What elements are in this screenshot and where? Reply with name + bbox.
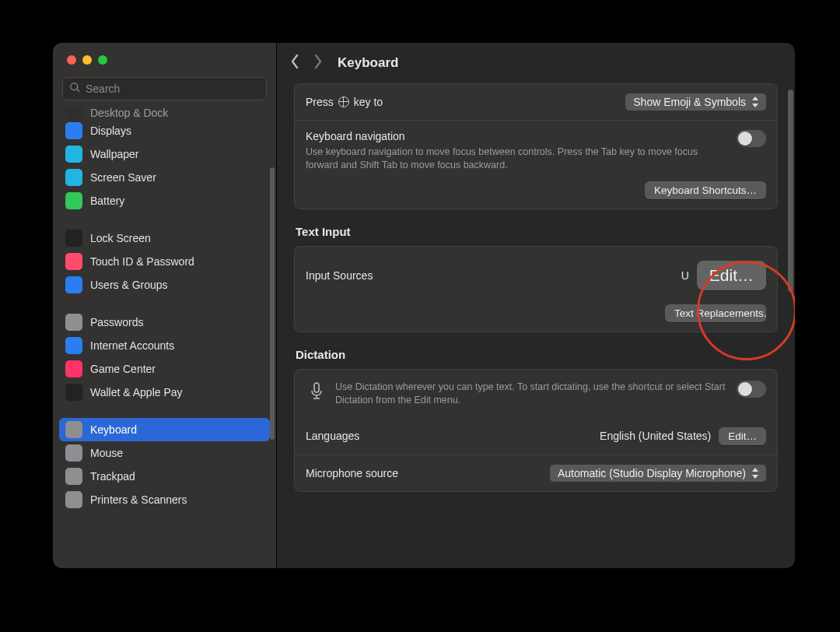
dictation-languages-edit-button[interactable]: Edit… <box>719 427 766 445</box>
window-controls <box>53 43 276 74</box>
sidebar-item-printers-scanners[interactable]: Printers & Scanners <box>59 488 270 511</box>
sidebar-item-label: Game Center <box>90 363 156 375</box>
globe-icon <box>338 97 349 107</box>
sidebar-item-battery[interactable]: Battery <box>59 189 270 212</box>
system-settings-window: Desktop & DockDisplaysWallpaperScreen Sa… <box>53 43 795 568</box>
sidebar-item-desktop-dock[interactable]: Desktop & Dock <box>59 107 270 119</box>
keyboard-navigation-title: Keyboard navigation <box>306 130 737 142</box>
zoom-button[interactable] <box>98 55 107 65</box>
dictation-desc-row: Use Dictation wherever you can type text… <box>295 370 777 418</box>
sidebar-item-touch-id-password[interactable]: Touch ID & Password <box>59 250 270 273</box>
sidebar-item-icon <box>65 384 82 401</box>
sidebar-item-icon <box>65 146 82 163</box>
page-title: Keyboard <box>338 55 398 71</box>
sidebar-item-label: Mouse <box>90 447 123 459</box>
sidebar-item-users-groups[interactable]: Users & Groups <box>59 273 270 297</box>
text-input-section-title: Text Input <box>296 225 776 238</box>
sidebar-item-icon <box>65 276 82 293</box>
sidebar-item-label: Touch ID & Password <box>90 255 194 268</box>
sidebar-item-wallpaper[interactable]: Wallpaper <box>59 142 270 166</box>
sidebar-item-icon <box>65 107 82 119</box>
sidebar-item-label: Users & Groups <box>90 279 168 291</box>
sidebar-item-wallet-apple-pay[interactable]: Wallet & Apple Pay <box>59 381 270 404</box>
press-globe-popup[interactable]: Show Emoji & Symbols <box>625 93 766 111</box>
input-sources-row: Input Sources U Edit… <box>295 247 777 304</box>
sidebar-item-label: Screen Saver <box>90 171 156 184</box>
sidebar-item-icon <box>65 491 82 508</box>
keyboard-navigation-desc: Use keyboard navigation to move focus be… <box>306 146 710 172</box>
text-replacements-button[interactable]: Text Replacements… <box>665 304 766 322</box>
sidebar-item-icon <box>65 192 82 209</box>
keyboard-shortcuts-button[interactable]: Keyboard Shortcuts… <box>645 181 766 199</box>
dictation-card: Use Dictation wherever you can type text… <box>294 369 778 492</box>
chevron-updown-icon <box>751 96 761 108</box>
sidebar-scrollbar[interactable] <box>270 167 275 440</box>
sidebar-item-keyboard[interactable]: Keyboard <box>59 418 270 441</box>
sidebar-item-label: Passwords <box>90 316 143 328</box>
sidebar-item-screen-saver[interactable]: Screen Saver <box>59 166 270 189</box>
microphone-source-row: Microphone source Automatic (Studio Disp… <box>295 455 777 491</box>
dictation-languages-row: Languages English (United States) Edit… <box>295 418 777 455</box>
sidebar-item-mouse[interactable]: Mouse <box>59 441 270 465</box>
sidebar-item-label: Printers & Scanners <box>90 493 187 506</box>
close-button[interactable] <box>67 55 76 65</box>
microphone-source-label: Microphone source <box>306 467 398 479</box>
back-button[interactable] <box>289 54 300 73</box>
dictation-desc: Use Dictation wherever you can type text… <box>335 381 737 407</box>
sidebar-list[interactable]: Desktop & DockDisplaysWallpaperScreen Sa… <box>53 107 276 568</box>
dictation-toggle[interactable] <box>737 381 766 398</box>
titlebar: Keyboard <box>277 43 795 83</box>
input-sources-label: Input Sources <box>306 269 373 282</box>
content-pane: Keyboard Press key to Show Emoji & Symbo… <box>277 43 795 568</box>
sidebar-item-icon <box>65 337 82 354</box>
sidebar-item-label: Wallpaper <box>90 148 139 160</box>
press-globe-value: Show Emoji & Symbols <box>633 96 746 108</box>
svg-rect-0 <box>314 383 319 392</box>
sidebar-item-icon <box>65 122 82 139</box>
minimize-button[interactable] <box>82 55 92 65</box>
sidebar: Desktop & DockDisplaysWallpaperScreen Sa… <box>53 43 277 568</box>
search-input[interactable] <box>86 83 260 95</box>
search-icon <box>69 82 86 97</box>
sidebar-item-icon <box>65 360 82 377</box>
keyboard-navigation-row: Keyboard navigation Use keyboard navigat… <box>295 120 777 181</box>
sidebar-item-icon <box>65 169 82 186</box>
sidebar-item-label: Desktop & Dock <box>90 107 168 119</box>
forward-button[interactable] <box>313 54 324 73</box>
sidebar-item-label: Lock Screen <box>90 232 151 244</box>
sidebar-item-label: Internet Accounts <box>90 339 174 352</box>
sidebar-item-trackpad[interactable]: Trackpad <box>59 465 270 488</box>
microphone-source-value: Automatic (Studio Display Microphone) <box>558 467 746 479</box>
press-globe-row: Press key to Show Emoji & Symbols <box>295 84 777 120</box>
microphone-icon <box>306 381 327 402</box>
dictation-languages-label: Languages <box>306 430 359 442</box>
content-scrollbar[interactable] <box>788 90 793 292</box>
sidebar-item-label: Keyboard <box>90 423 137 436</box>
sidebar-item-displays[interactable]: Displays <box>59 119 270 142</box>
sidebar-item-icon <box>65 421 82 438</box>
dictation-section-title: Dictation <box>296 348 776 361</box>
sidebar-item-lock-screen[interactable]: Lock Screen <box>59 226 270 250</box>
sidebar-item-internet-accounts[interactable]: Internet Accounts <box>59 334 270 357</box>
input-sources-edit-button[interactable]: Edit… <box>697 261 766 290</box>
settings-scroll[interactable]: Press key to Show Emoji & Symbols Keyboa… <box>277 83 795 568</box>
text-input-card: Input Sources U Edit… Text Replacements… <box>294 246 778 332</box>
microphone-source-popup[interactable]: Automatic (Studio Display Microphone) <box>550 465 766 482</box>
sidebar-item-label: Battery <box>90 195 124 207</box>
keyboard-main-card: Press key to Show Emoji & Symbols Keyboa… <box>294 83 778 209</box>
chevron-updown-icon <box>751 467 761 479</box>
sidebar-item-icon <box>65 253 82 270</box>
press-globe-label: Press key to <box>306 96 383 108</box>
sidebar-item-label: Displays <box>90 125 131 137</box>
sidebar-item-game-center[interactable]: Game Center <box>59 357 270 381</box>
dictation-languages-value: English (United States) <box>600 430 711 442</box>
search-field[interactable] <box>62 77 267 100</box>
keyboard-navigation-toggle[interactable] <box>737 130 766 147</box>
sidebar-item-label: Trackpad <box>90 470 135 483</box>
nav-arrows <box>289 54 324 73</box>
sidebar-item-icon <box>65 230 82 247</box>
sidebar-item-passwords[interactable]: Passwords <box>59 311 270 334</box>
sidebar-item-icon <box>65 444 82 462</box>
input-sources-value: U <box>681 269 689 282</box>
sidebar-item-icon <box>65 468 82 485</box>
